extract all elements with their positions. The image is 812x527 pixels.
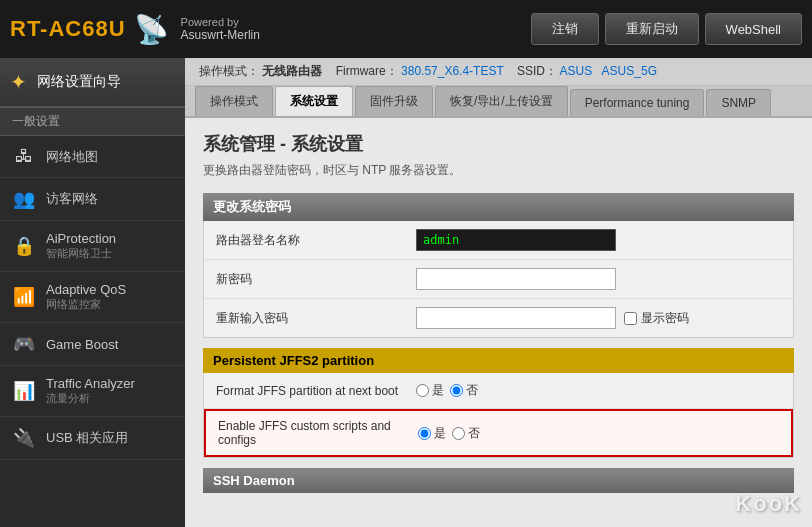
login-name-input[interactable]: [416, 229, 616, 251]
login-name-label: 路由器登名名称: [216, 232, 416, 249]
sidebar-wizard[interactable]: ✦ 网络设置向导: [0, 58, 185, 107]
confirm-password-input[interactable]: [416, 307, 616, 329]
guest-network-icon: 👥: [12, 188, 36, 210]
adaptive-qos-sublabel: 网络监控家: [46, 297, 126, 312]
router-icon: 📡: [134, 13, 169, 46]
new-password-row: 新密码: [204, 260, 793, 299]
traffic-analyzer-icon: 📊: [12, 380, 36, 402]
jffs-custom-scripts-no-radio[interactable]: [452, 427, 465, 440]
aiprotection-label: AiProtection: [46, 231, 116, 246]
jffs-format-yes-text: 是: [432, 382, 444, 399]
usb-apps-label: USB 相关应用: [46, 429, 128, 447]
mode-label: 操作模式：: [199, 64, 259, 78]
jffs-custom-scripts-no-text: 否: [468, 425, 480, 442]
firmware-label: Firmware：: [336, 64, 398, 78]
network-map-label: 网络地图: [46, 148, 98, 166]
powered-by-label: Powered by: [181, 16, 260, 28]
adaptive-qos-label: Adaptive QoS: [46, 282, 126, 297]
page-subtitle: 更换路由器登陆密码，时区与 NTP 服务器设置。: [203, 162, 794, 179]
sidebar-item-usb-apps[interactable]: 🔌 USB 相关应用: [0, 417, 185, 460]
tab-bar: 操作模式 系统设置 固件升级 恢复/导出/上传设置 Performance tu…: [185, 86, 812, 118]
jffs-format-label: Format JFFS partition at next boot: [216, 384, 416, 398]
wizard-label: 网络设置向导: [37, 73, 121, 91]
jffs-format-yes-label: 是: [416, 382, 444, 399]
reboot-button[interactable]: 重新启动: [605, 13, 699, 45]
webshell-button[interactable]: WebShell: [705, 13, 802, 45]
confirm-password-label: 重新输入密码: [216, 310, 416, 327]
tab-huifu[interactable]: 恢复/导出/上传设置: [435, 86, 568, 116]
sidebar-general-label: 一般设置: [0, 107, 185, 136]
jffs-custom-scripts-label: Enable JFFS custom scripts and configs: [218, 419, 418, 447]
password-section: 更改系统密码 路由器登名名称 新密码: [203, 193, 794, 338]
jffs-format-yes-radio[interactable]: [416, 384, 429, 397]
ssh-section-header: SSH Daemon: [203, 468, 794, 493]
sidebar-item-aiprotection[interactable]: 🔒 AiProtection 智能网络卫士: [0, 221, 185, 272]
show-password-text: 显示密码: [641, 310, 689, 327]
mode-value: 无线路由器: [262, 64, 322, 78]
sidebar-item-network-map[interactable]: 🖧 网络地图: [0, 136, 185, 178]
confirm-password-row: 重新输入密码 显示密码: [204, 299, 793, 337]
guest-network-label: 访客网络: [46, 190, 98, 208]
logout-button[interactable]: 注销: [531, 13, 599, 45]
new-password-control: [416, 268, 781, 290]
sidebar-item-traffic-analyzer[interactable]: 📊 Traffic Analyzer 流量分析: [0, 366, 185, 417]
page-content: 系统管理 - 系统设置 更换路由器登陆密码，时区与 NTP 服务器设置。 更改系…: [185, 118, 812, 507]
network-map-icon: 🖧: [12, 146, 36, 167]
show-password-label: 显示密码: [624, 310, 689, 327]
logo-area: RT-AC68U 📡 Powered by Asuswrt-Merlin: [10, 13, 260, 46]
usb-apps-icon: 🔌: [12, 427, 36, 449]
traffic-analyzer-label: Traffic Analyzer: [46, 376, 135, 391]
sidebar-item-adaptive-qos[interactable]: 📶 Adaptive QoS 网络监控家: [0, 272, 185, 323]
adaptive-qos-icon: 📶: [12, 286, 36, 308]
ssid-label: SSID：: [517, 64, 557, 78]
tab-caozuo[interactable]: 操作模式: [195, 86, 273, 116]
jffs-custom-scripts-yes-label: 是: [418, 425, 446, 442]
password-section-body: 路由器登名名称 新密码: [203, 221, 794, 338]
sidebar-item-game-boost[interactable]: 🎮 Game Boost: [0, 323, 185, 366]
tab-snmp[interactable]: SNMP: [706, 89, 771, 116]
aiprotection-icon: 🔒: [12, 235, 36, 257]
jffs-section: Persistent JFFS2 partition Format JFFS p…: [203, 348, 794, 458]
jffs-format-no-text: 否: [466, 382, 478, 399]
status-bar: 操作模式： 无线路由器 Firmware： 380.57_X6.4-TEST S…: [185, 58, 812, 86]
show-password-checkbox[interactable]: [624, 312, 637, 325]
new-password-label: 新密码: [216, 271, 416, 288]
page-title: 系统管理 - 系统设置: [203, 132, 794, 156]
powered-by-value: Asuswrt-Merlin: [181, 28, 260, 42]
game-boost-icon: 🎮: [12, 333, 36, 355]
main-layout: ✦ 网络设置向导 一般设置 🖧 网络地图 👥 访客网络 🔒 AiProtecti…: [0, 58, 812, 527]
jffs-custom-scripts-control: 是 否: [418, 425, 779, 442]
ssid-1[interactable]: ASUS: [560, 64, 593, 78]
aiprotection-sublabel: 智能网络卫士: [46, 246, 116, 261]
tab-performance[interactable]: Performance tuning: [570, 89, 705, 116]
sidebar-item-guest-network[interactable]: 👥 访客网络: [0, 178, 185, 221]
content-area: 操作模式： 无线路由器 Firmware： 380.57_X6.4-TEST S…: [185, 58, 812, 527]
jffs-format-no-label: 否: [450, 382, 478, 399]
login-name-row: 路由器登名名称: [204, 221, 793, 260]
jffs-custom-scripts-radio-group: 是 否: [418, 425, 480, 442]
jffs-format-row: Format JFFS partition at next boot 是: [204, 373, 793, 409]
ssid-2[interactable]: ASUS_5G: [602, 64, 657, 78]
new-password-input[interactable]: [416, 268, 616, 290]
tab-gujian[interactable]: 固件升级: [355, 86, 433, 116]
jffs-format-no-radio[interactable]: [450, 384, 463, 397]
tab-xitong[interactable]: 系统设置: [275, 86, 353, 116]
traffic-analyzer-sublabel: 流量分析: [46, 391, 135, 406]
jffs-custom-scripts-row: Enable JFFS custom scripts and configs 是: [204, 409, 793, 457]
jffs-custom-scripts-no-label: 否: [452, 425, 480, 442]
router-model: RT-AC68U: [10, 16, 126, 42]
top-bar: RT-AC68U 📡 Powered by Asuswrt-Merlin 注销 …: [0, 0, 812, 58]
password-section-header: 更改系统密码: [203, 193, 794, 221]
firmware-value[interactable]: 380.57_X6.4-TEST: [401, 64, 504, 78]
game-boost-label: Game Boost: [46, 337, 118, 352]
jffs-section-body: Format JFFS partition at next boot 是: [203, 373, 794, 458]
sidebar: ✦ 网络设置向导 一般设置 🖧 网络地图 👥 访客网络 🔒 AiProtecti…: [0, 58, 185, 527]
ssh-section: SSH Daemon: [203, 468, 794, 493]
jffs-format-radio-group: 是 否: [416, 382, 478, 399]
jffs-format-control: 是 否: [416, 382, 781, 399]
top-buttons: 注销 重新启动 WebShell: [531, 13, 802, 45]
wizard-icon: ✦: [10, 70, 27, 94]
jffs-custom-scripts-yes-text: 是: [434, 425, 446, 442]
confirm-password-control: 显示密码: [416, 307, 781, 329]
jffs-custom-scripts-yes-radio[interactable]: [418, 427, 431, 440]
